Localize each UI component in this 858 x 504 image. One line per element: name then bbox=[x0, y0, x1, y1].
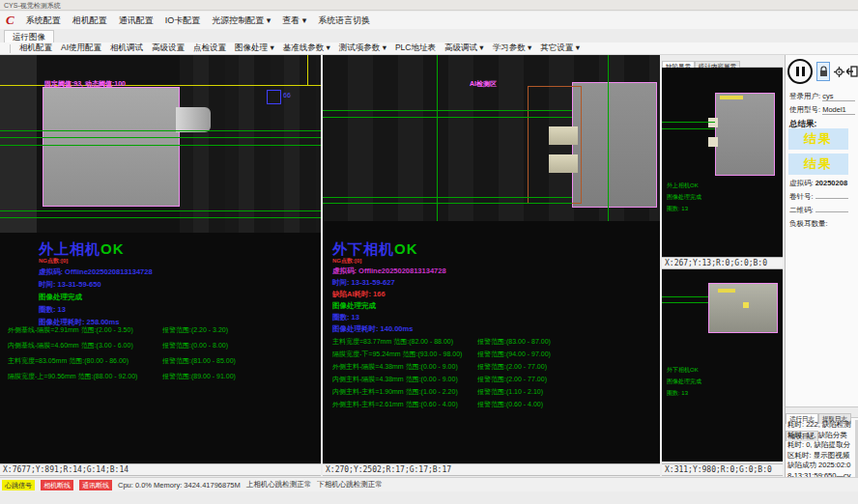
tool-spot-check[interactable]: 点检设置 bbox=[193, 42, 226, 54]
menu-comm-config[interactable]: 通讯配置 bbox=[119, 14, 154, 27]
app-logo-icon: C bbox=[6, 13, 14, 28]
alarm-range: 报警范围:(83.00 - 87.00) bbox=[477, 337, 551, 347]
material-block bbox=[715, 93, 775, 176]
toolbar: 相机配置 AI使用配置 相机调试 高级设置 点检设置 图像处理 ▾ 基准线参数 … bbox=[0, 42, 858, 55]
left-camera-image[interactable]: 固定阈值:93, 动态阈值:100 66 bbox=[0, 55, 321, 233]
measurement-row: 主料宽度=83.77mm 范围:(82.00 - 88.00) bbox=[332, 337, 453, 347]
needle-row: 卷针号: bbox=[789, 192, 848, 202]
alarm-range: 报警范围:(81.00 - 85.00) bbox=[162, 356, 236, 366]
tab-connector bbox=[176, 107, 211, 132]
measurement-row: 主料宽度=83.05mm 范围:(80.00 - 86.00) bbox=[8, 356, 129, 366]
green-line bbox=[0, 217, 321, 218]
lock-icon bbox=[819, 66, 828, 77]
log-tabstrip: 运行日志提取日志错误日志 bbox=[786, 406, 858, 418]
middle-camera-image[interactable]: AI检测区 bbox=[323, 55, 660, 221]
menu-camera-config[interactable]: 相机配置 bbox=[72, 14, 107, 27]
tool-advanced-debug[interactable]: 高级调试 ▾ bbox=[444, 42, 484, 54]
left-camera-panel[interactable]: 固定阈值:93, 动态阈值:100 66 外上相机OK NG点数:[0] 虚拟码… bbox=[0, 55, 321, 463]
thumb-tabstrip: 缺陷显示统计内容展示故障内容展示 bbox=[662, 55, 783, 68]
virtual-code: 虚拟码: Offline2025020813134728 bbox=[39, 267, 153, 277]
mini-label bbox=[720, 96, 743, 99]
model-row: 使用型号: Model1 bbox=[789, 105, 855, 115]
defect-marker bbox=[743, 302, 749, 308]
turn-count: 圈数: 13 bbox=[39, 305, 66, 315]
image-region bbox=[0, 55, 37, 233]
left-coords-bar: X:7677;Y:891;R:14;G:14;B:14 bbox=[0, 463, 321, 476]
app-window: CYS-视觉检测系统 C 系统配置 相机配置 通讯配置 IO卡配置 光源控制配置… bbox=[0, 0, 858, 504]
tool-plc-table[interactable]: PLC地址表 bbox=[395, 42, 436, 54]
top-thumb-coords-bar: X:267;Y:13;R:0;G:0;B:0 bbox=[662, 257, 783, 269]
qr-value bbox=[815, 211, 848, 212]
vcode-label: 虚拟码: bbox=[789, 179, 814, 187]
blue-marker-value: 66 bbox=[283, 92, 291, 98]
tool-camera-debug[interactable]: 相机调试 bbox=[110, 42, 143, 54]
bottom-thumbnail-panel[interactable]: 外下相机OK 图像处理完成 圈数: 13 bbox=[662, 269, 783, 462]
settings-button[interactable] bbox=[832, 62, 845, 81]
ng-count: NG点数:[0] bbox=[332, 257, 361, 266]
cpu-memory-text: Cpu: 0.0% Memory: 3424.41796875M bbox=[118, 481, 241, 490]
alarm-range: 报警范围:(2.20 - 3.20) bbox=[162, 325, 228, 335]
blue-marker-box bbox=[267, 90, 281, 104]
yellow-vline bbox=[307, 55, 308, 85]
process-done: 图像处理完成 bbox=[332, 301, 376, 311]
electrode-tab bbox=[708, 137, 718, 147]
threshold-label: 固定阈值:93, 动态阈值:100 bbox=[44, 79, 126, 89]
green-line bbox=[0, 210, 321, 211]
menu-view[interactable]: 查看 ▾ bbox=[282, 14, 306, 27]
turn-count: 圈数: 13 bbox=[332, 313, 359, 322]
process-elapsed: 图像处理耗时: 140.00ms bbox=[332, 324, 413, 334]
lock-button[interactable] bbox=[816, 62, 830, 81]
tool-other-settings[interactable]: 其它设置 ▾ bbox=[540, 42, 580, 54]
measurement-row: 隔膜宽度-下=95.24mm 范围:(93.00 - 98.00) bbox=[332, 350, 462, 359]
menu-io-config[interactable]: IO卡配置 bbox=[165, 14, 201, 27]
result-ok: OK bbox=[100, 240, 125, 257]
upper-camera-heartbeat: 上相机心跳检测正常 bbox=[246, 480, 312, 490]
green-line bbox=[0, 145, 321, 146]
measurement-row: 外侧基线-隔膜=2.91mm 范围:(2.00 - 3.50) bbox=[8, 325, 133, 335]
alarm-range: 报警范围:(2.00 - 77.00) bbox=[477, 375, 547, 384]
tool-learning-params[interactable]: 学习参数 ▾ bbox=[493, 42, 532, 54]
menu-system-config[interactable]: 系统配置 bbox=[26, 14, 61, 27]
camera-offline-badge: 相机断线 bbox=[41, 480, 73, 490]
camera-name: 外上相机 bbox=[39, 240, 100, 257]
qr-row: 二维码: bbox=[789, 206, 848, 215]
bottom-thumb-coords-bar: X:311;Y:980;R:0;G:0;B:0 bbox=[662, 463, 783, 476]
electrode-tab bbox=[708, 118, 718, 127]
menu-language-switch[interactable]: 系统语言切换 bbox=[318, 14, 370, 27]
qr-label: 二维码: bbox=[789, 206, 814, 214]
tool-camera-config[interactable]: 相机配置 bbox=[19, 42, 52, 54]
top-thumbnail-panel[interactable]: 外上相机OK 图像处理完成 圈数: 13 bbox=[662, 68, 783, 257]
green-line bbox=[323, 117, 572, 118]
thumb-text: 圈数: 13 bbox=[667, 205, 688, 213]
green-line bbox=[662, 302, 708, 303]
green-line bbox=[0, 137, 321, 138]
tab-run-image[interactable]: 运行图像 bbox=[4, 30, 54, 43]
tool-image-process[interactable]: 图像处理 ▾ bbox=[235, 42, 274, 54]
green-line bbox=[323, 197, 572, 198]
tool-baseline-params[interactable]: 基准线参数 ▾ bbox=[283, 42, 330, 54]
tool-test-params[interactable]: 测试项参数 ▾ bbox=[339, 42, 386, 54]
alarm-range: 报警范围:(2.00 - 77.00) bbox=[477, 362, 547, 372]
menu-light-config[interactable]: 光源控制配置 ▾ bbox=[212, 14, 271, 27]
alarm-range: 报警范围:(0.60 - 4.00) bbox=[477, 400, 543, 409]
tool-advanced-settings[interactable]: 高级设置 bbox=[152, 42, 185, 54]
mini-label bbox=[718, 289, 735, 293]
ai-elapsed: 缺陷AI耗时: 166 bbox=[332, 290, 386, 299]
measurement-row: 内侧基线-隔膜=4.60mm 范围:(3.00 - 6.00) bbox=[8, 341, 133, 350]
measurement-row: 内侧主料-主料=1.90mm 范围:(1.00 - 2.20) bbox=[332, 387, 458, 397]
middle-camera-panel[interactable]: AI检测区 外下相机OK NG点数:[0] 虚拟码: Offline202502… bbox=[323, 55, 660, 463]
capture-time: 时间: 13-31-59-627 bbox=[332, 278, 395, 288]
lower-camera-heartbeat: 下相机心跳检测正常 bbox=[317, 480, 383, 490]
alarm-range: 报警范围:(89.00 - 91.00) bbox=[162, 372, 236, 381]
window-title: CYS-视觉检测系统 bbox=[4, 2, 61, 9]
comm-offline-badge: 通讯断线 bbox=[79, 480, 112, 490]
material-block bbox=[43, 87, 180, 207]
exit-button[interactable] bbox=[845, 62, 858, 81]
model-value: Model1 bbox=[822, 105, 855, 115]
green-line bbox=[662, 128, 715, 129]
virtual-code: 虚拟码: Offline2025020813134728 bbox=[332, 266, 446, 276]
image-region bbox=[180, 55, 321, 233]
tool-ai-use-config[interactable]: AI使用配置 bbox=[61, 42, 101, 54]
pause-button[interactable] bbox=[787, 59, 813, 84]
needle-label: 卷针号: bbox=[789, 192, 814, 201]
